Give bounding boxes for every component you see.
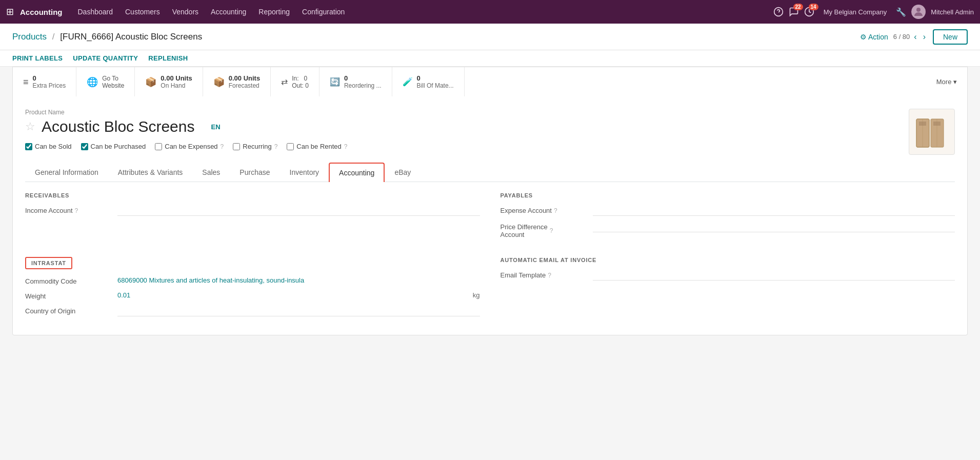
extra-prices-button[interactable]: ≡ 0 Extra Prices <box>13 67 76 96</box>
expense-account-label: Expense Account ? <box>501 206 593 214</box>
settings-icon[interactable]: 🔧 <box>896 7 906 17</box>
weight-suffix: kg <box>473 291 480 299</box>
units-on-hand-button[interactable]: 📦 0.00 Units On Hand <box>135 67 203 96</box>
income-account-row: Income Account ? <box>25 206 480 216</box>
can-be-sold-label: Can be Sold <box>35 143 72 150</box>
intrastat-section: INTRASTAT Commodity Code 68069000 Mixtur… <box>25 257 480 323</box>
prev-page-button[interactable]: ‹ <box>912 31 918 43</box>
svg-point-3 <box>916 8 921 12</box>
expense-account-value[interactable] <box>593 206 955 216</box>
go-to-website-button[interactable]: 🌐 Go ToWebsite <box>76 67 135 96</box>
language-badge[interactable]: EN <box>211 123 220 131</box>
can-be-rented-label: Can be Rented <box>296 143 341 150</box>
update-quantity-link[interactable]: UPDATE QUANTITY <box>73 54 138 62</box>
tab-purchase[interactable]: Purchase <box>230 163 279 182</box>
chat-icon[interactable]: 22 <box>789 7 799 17</box>
commodity-code-label: Commodity Code <box>25 276 117 285</box>
nav-configuration[interactable]: Configuration <box>297 0 350 24</box>
reordering-label: Reordering ... <box>344 82 382 89</box>
bom-label: Bill Of Mate... <box>417 82 454 89</box>
nav-vendors[interactable]: Vendors <box>167 0 204 24</box>
extra-prices-label: Extra Prices <box>33 82 66 89</box>
extra-prices-count: 0 <box>33 74 66 82</box>
automatic-email-section: AUTOMATIC EMAIL AT INVOICE Email Templat… <box>501 257 955 323</box>
nav-accounting[interactable]: Accounting <box>206 0 251 24</box>
top-nav: ⊞ Accounting Dashboard Customers Vendors… <box>0 0 980 24</box>
breadcrumb-bar: Products / [FURN_6666] Acoustic Bloc Scr… <box>0 24 980 50</box>
main-content: Product Name ☆ Acoustic Bloc Screens EN … <box>12 96 968 335</box>
recurring-checkbox[interactable]: Recurring ? <box>233 143 277 150</box>
tab-general-information[interactable]: General Information <box>25 163 108 182</box>
checkboxes-row: Can be Sold Can be Purchased Can be Expe… <box>25 143 909 150</box>
user-avatar[interactable] <box>911 5 926 19</box>
recurring-help-icon[interactable]: ? <box>274 143 278 150</box>
favorite-star-icon[interactable]: ☆ <box>25 120 35 133</box>
units-on-hand-label: On Hand <box>161 82 192 89</box>
can-be-expensed-label: Can be Expensed <box>165 143 217 150</box>
tab-sales[interactable]: Sales <box>192 163 230 182</box>
product-name-label: Product Name <box>25 109 909 116</box>
support-icon[interactable] <box>773 7 784 17</box>
more-button[interactable]: More ▾ <box>926 67 967 96</box>
units-forecasted-button[interactable]: 📦 0.00 Units Forecasted <box>203 67 271 96</box>
can-be-purchased-checkbox[interactable]: Can be Purchased <box>81 143 146 150</box>
email-template-value[interactable] <box>593 270 955 281</box>
accounting-tab-content: RECEIVABLES Income Account ? PAYABLES <box>25 192 955 323</box>
print-labels-link[interactable]: PRINT LABELS <box>12 54 63 62</box>
weight-value[interactable]: 0.01 <box>117 291 469 299</box>
form-sections-bottom: INTRASTAT Commodity Code 68069000 Mixtur… <box>25 257 955 323</box>
country-of-origin-label: Country of Origin <box>25 306 117 315</box>
income-account-help-icon[interactable]: ? <box>75 207 78 214</box>
app-grid-icon[interactable]: ⊞ <box>6 6 14 17</box>
action-button[interactable]: ⚙ Action <box>860 33 888 41</box>
payables-title: PAYABLES <box>501 192 955 198</box>
recurring-label: Recurring <box>243 143 271 150</box>
units-forecasted-count: 0.00 Units <box>229 74 260 82</box>
can-be-rented-checkbox[interactable]: Can be Rented ? <box>287 143 347 150</box>
user-name: Mitchell Admin <box>931 8 974 16</box>
price-difference-label: Price DifferenceAccount ? <box>501 222 593 238</box>
price-difference-value[interactable] <box>593 222 955 232</box>
tab-attributes-variants[interactable]: Attributes & Variants <box>108 163 193 182</box>
tab-accounting[interactable]: Accounting <box>329 163 385 182</box>
income-account-label: Income Account ? <box>25 206 117 214</box>
expense-account-help-icon[interactable]: ? <box>554 207 557 214</box>
replenish-link[interactable]: REPLENISH <box>148 54 188 62</box>
payables-section: PAYABLES Expense Account ? Price Differe… <box>501 192 955 245</box>
bom-button[interactable]: 🧪 0 Bill Of Mate... <box>392 67 465 96</box>
price-difference-help-icon[interactable]: ? <box>550 227 553 234</box>
units-forecasted-label: Forecasted <box>229 82 260 89</box>
can-be-purchased-label: Can be Purchased <box>91 143 146 150</box>
can-be-rented-help-icon[interactable]: ? <box>344 143 348 150</box>
timer-icon[interactable]: 14 <box>804 7 814 17</box>
income-account-value[interactable] <box>117 206 480 216</box>
nav-customers[interactable]: Customers <box>120 0 165 24</box>
can-be-sold-checkbox[interactable]: Can be Sold <box>25 143 72 150</box>
nav-dashboard[interactable]: Dashboard <box>73 0 118 24</box>
commodity-code-value[interactable]: 68069000 Mixtures and articles of heat-i… <box>117 276 480 284</box>
in-out-button[interactable]: ⇄ In: 0 Out: 0 <box>271 67 319 96</box>
can-be-expensed-help-icon[interactable]: ? <box>221 143 224 150</box>
nav-reporting[interactable]: Reporting <box>253 0 295 24</box>
tab-ebay[interactable]: eBay <box>385 163 421 182</box>
reordering-button[interactable]: 🔄 0 Reordering ... <box>319 67 392 96</box>
new-button[interactable]: New <box>933 29 968 45</box>
product-tabs: General Information Attributes & Variant… <box>25 163 955 182</box>
chat-badge: 22 <box>793 4 803 10</box>
bom-count: 0 <box>417 74 454 82</box>
country-of-origin-row: Country of Origin <box>25 306 480 316</box>
commodity-code-row: Commodity Code 68069000 Mixtures and art… <box>25 276 480 285</box>
email-template-help-icon[interactable]: ? <box>548 272 551 279</box>
receivables-section: RECEIVABLES Income Account ? <box>25 192 480 245</box>
breadcrumb: Products / [FURN_6666] Acoustic Bloc Scr… <box>12 32 202 42</box>
pagination: 6 / 80 ‹ › <box>893 31 928 43</box>
go-to-website-label: Go ToWebsite <box>102 75 124 89</box>
can-be-expensed-checkbox[interactable]: Can be Expensed ? <box>155 143 224 150</box>
tab-inventory[interactable]: Inventory <box>280 163 329 182</box>
country-of-origin-value[interactable] <box>117 306 480 316</box>
company-name: My Belgian Company <box>824 8 887 16</box>
expense-account-row: Expense Account ? <box>501 206 955 216</box>
action-links: PRINT LABELS UPDATE QUANTITY REPLENISH <box>0 50 980 67</box>
breadcrumb-parent[interactable]: Products <box>12 32 47 42</box>
next-page-button[interactable]: › <box>921 31 928 43</box>
